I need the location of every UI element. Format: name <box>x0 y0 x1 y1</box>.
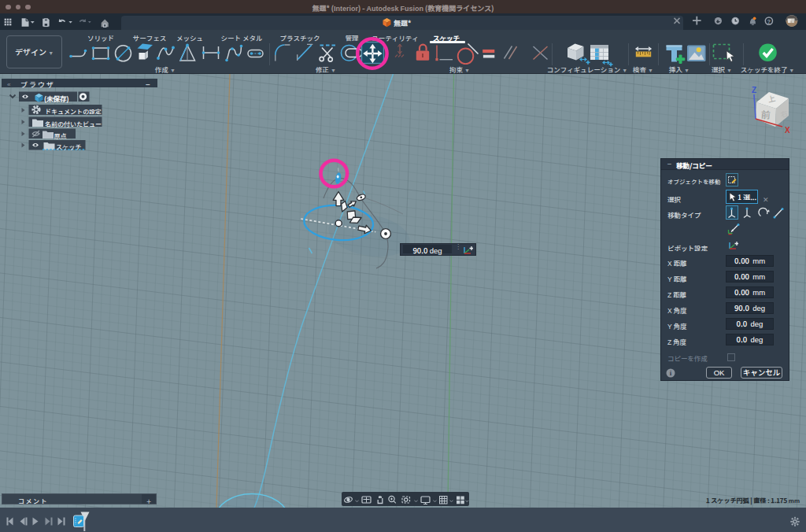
svg-text:X: X <box>785 126 790 135</box>
svg-text:?: ? <box>767 18 771 25</box>
svg-text:Z: Z <box>752 86 756 94</box>
svg-text:前: 前 <box>760 107 771 121</box>
svg-text:上: 上 <box>767 92 777 105</box>
